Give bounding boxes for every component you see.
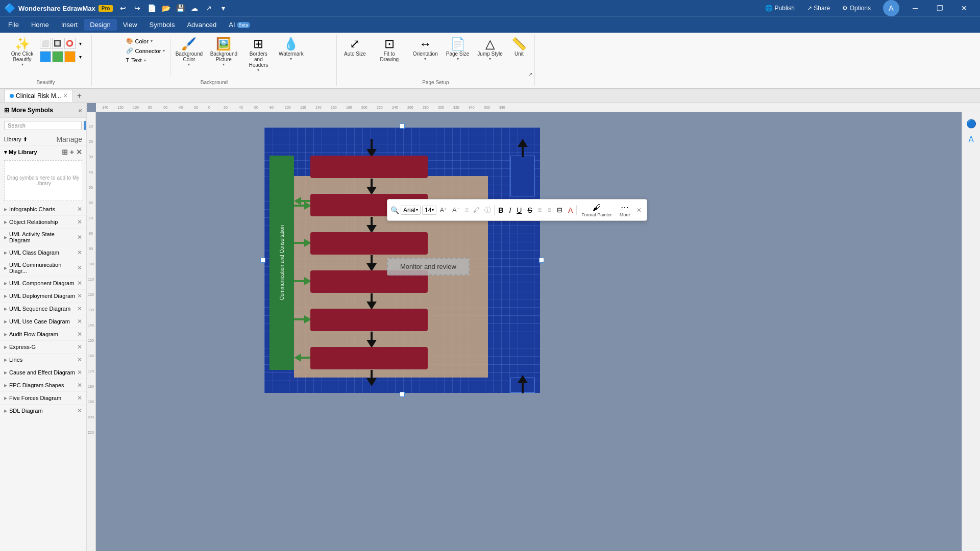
close-object-button[interactable]: ✕ <box>77 218 82 226</box>
auto-size-button[interactable]: ⤢ Auto Size <box>341 36 369 59</box>
sidebar-item-epc[interactable]: ▶ EPC Diagram Shapes ✕ <box>0 379 86 392</box>
font-increase-button[interactable]: A⁺ <box>438 206 449 214</box>
sidebar-item-object[interactable]: ▶ Object Relationship ✕ <box>0 216 86 229</box>
bold-button[interactable]: B <box>496 206 505 215</box>
open-button[interactable]: 📂 <box>160 2 172 14</box>
right-panel-ai-button[interactable]: A <box>964 133 978 147</box>
sidebar-item-uml-class[interactable]: ▶ UML Class Diagram ✕ <box>0 246 86 259</box>
one-click-beautify-button[interactable]: ✨ One ClickBeautify ▾ <box>7 36 38 69</box>
highlight-button[interactable]: 🖍 <box>472 206 481 214</box>
close-button[interactable]: ✕ <box>952 0 976 16</box>
canvas-background[interactable]: Communication and Consultation <box>96 112 980 551</box>
format-painter-button[interactable]: 🖌 Format Painter <box>578 202 615 218</box>
sidebar-item-express[interactable]: ▶ Express-G ✕ <box>0 341 86 354</box>
close-lines-button[interactable]: ✕ <box>77 356 82 363</box>
red-box-1[interactable] <box>310 156 428 178</box>
selection-handle-left[interactable] <box>260 258 265 263</box>
menu-home[interactable]: Home <box>25 19 55 31</box>
sidebar-item-uml-component[interactable]: ▶ UML Component Diagram ✕ <box>0 277 86 290</box>
list-ordered-button[interactable]: ≡ <box>545 206 553 214</box>
toolbar-close-button[interactable]: ✕ <box>634 206 644 214</box>
jump-style-button[interactable]: △ Jump Style ▾ <box>474 36 505 63</box>
close-uml-comm-button[interactable]: ✕ <box>77 264 82 271</box>
font-color-button[interactable]: A <box>566 206 575 215</box>
close-uml-class-button[interactable]: ✕ <box>77 249 82 256</box>
publish-button[interactable]: 🌐 Publish <box>761 4 799 13</box>
list-button[interactable]: ≡ <box>536 206 544 214</box>
minimize-button[interactable]: ─ <box>903 0 927 16</box>
manage-button[interactable]: Manage <box>56 135 82 143</box>
options-button[interactable]: ⚙ Options <box>838 4 875 13</box>
more-button[interactable]: ⋯ More <box>617 202 633 218</box>
sidebar-item-uml-activity[interactable]: ▶ UML Activity State Diagram ✕ <box>0 229 86 246</box>
red-box-5[interactable] <box>310 309 428 331</box>
cloud-save-button[interactable]: ☁ <box>188 2 201 14</box>
close-five-button[interactable]: ✕ <box>77 394 82 402</box>
beautify-color-2[interactable] <box>52 51 63 62</box>
page-size-button[interactable]: 📄 Page Size ▾ <box>443 36 473 63</box>
info-button[interactable]: ⓘ <box>483 205 493 215</box>
beautify-color-3[interactable] <box>64 51 76 62</box>
sidebar-item-uml-comm[interactable]: ▶ UML Communication Diagr... ✕ <box>0 259 86 277</box>
close-audit-button[interactable]: ✕ <box>77 331 82 338</box>
watermark-button[interactable]: 💧 Watermark ▾ <box>277 36 305 63</box>
close-cause-button[interactable]: ✕ <box>77 369 82 376</box>
beautify-circle-btn[interactable]: ⭕ <box>64 38 76 49</box>
font-decrease-button[interactable]: A⁻ <box>451 206 462 214</box>
selection-handle-right[interactable] <box>539 258 544 263</box>
text-button[interactable]: T Text ▾ <box>123 56 168 64</box>
italic-button[interactable]: I <box>507 206 513 215</box>
user-avatar[interactable]: A <box>883 0 899 16</box>
new-button[interactable]: 📄 <box>145 2 158 14</box>
beautify-square-btn[interactable]: ⬜ <box>40 38 51 49</box>
add-library-button[interactable]: + <box>70 148 74 156</box>
search-icon-toolbar[interactable]: 🔍 <box>390 206 399 214</box>
unit-button[interactable]: 📏 Unit <box>508 36 530 59</box>
add-tab-button[interactable]: + <box>74 90 85 102</box>
save-button[interactable]: 💾 <box>174 2 186 14</box>
sidebar-item-audit[interactable]: ▶ Audit Flow Diagram ✕ <box>0 328 86 341</box>
underline-button[interactable]: U <box>514 206 524 215</box>
close-uml-seq-button[interactable]: ✕ <box>77 305 82 312</box>
strikethrough-button[interactable]: S <box>525 206 534 215</box>
sidebar-item-infographic[interactable]: ▶ Infographic Charts ✕ <box>0 203 86 216</box>
fit-to-drawing-button[interactable]: ⊡ Fit to Drawing <box>371 36 408 64</box>
menu-file[interactable]: File <box>2 19 25 31</box>
sidebar-item-uml-seq[interactable]: ▶ UML Sequence Diagram ✕ <box>0 303 86 315</box>
sidebar-item-cause[interactable]: ▶ Cause and Effect Diagram ✕ <box>0 366 86 379</box>
background-picture-button[interactable]: 🖼️ Background Picture ▾ <box>207 36 240 69</box>
sidebar-item-uml-use[interactable]: ▶ UML Use Case Diagram ✕ <box>0 315 86 328</box>
sidebar-item-uml-deploy[interactable]: ▶ UML Deployment Diagram ✕ <box>0 290 86 303</box>
beautify-shapes-expand[interactable]: ▾ <box>77 38 85 49</box>
color-button[interactable]: 🎨 Color ▾ <box>123 37 168 45</box>
search-input[interactable] <box>4 121 82 130</box>
beautify-grid-btn[interactable]: 🔲 <box>52 38 63 49</box>
close-uml-component-button[interactable]: ✕ <box>77 280 82 287</box>
tab-close-clinical[interactable]: ✕ <box>63 93 67 98</box>
list-indent-button[interactable]: ⊟ <box>555 206 565 214</box>
share-button[interactable]: ↗ <box>203 2 215 14</box>
right-panel-expand-button[interactable]: 🔵 <box>964 116 978 131</box>
menu-insert[interactable]: Insert <box>55 19 84 31</box>
connector-button[interactable]: 🔗 Connector ▾ <box>123 46 168 55</box>
close-uml-use-button[interactable]: ✕ <box>77 318 82 325</box>
menu-view[interactable]: View <box>117 19 143 31</box>
restore-button[interactable]: ❐ <box>928 0 951 16</box>
share-title-button[interactable]: ↗ Share <box>803 4 834 13</box>
menu-advanced[interactable]: Advanced <box>181 19 223 31</box>
orientation-button[interactable]: ↔ Orientation ▾ <box>410 36 441 63</box>
selection-handle-top[interactable] <box>400 123 405 129</box>
expand-library-button[interactable]: ⊞ <box>62 148 68 156</box>
red-box-6[interactable] <box>310 347 428 369</box>
close-epc-button[interactable]: ✕ <box>77 382 82 389</box>
align-button[interactable]: ≡ <box>463 206 471 214</box>
borders-headers-button[interactable]: ⊞ Borders and Headers ▾ <box>242 36 275 74</box>
menu-symbols[interactable]: Symbols <box>143 19 181 31</box>
menu-design[interactable]: Design <box>84 19 116 31</box>
font-size-selector[interactable]: 14 ▾ <box>422 206 436 215</box>
menu-ai[interactable]: AI Beta <box>223 19 256 31</box>
sidebar-collapse-button[interactable]: « <box>78 106 82 114</box>
beautify-colors-expand[interactable]: ▾ <box>77 51 85 62</box>
beautify-color-1[interactable] <box>40 51 51 62</box>
selection-handle-bottom[interactable] <box>400 392 405 397</box>
